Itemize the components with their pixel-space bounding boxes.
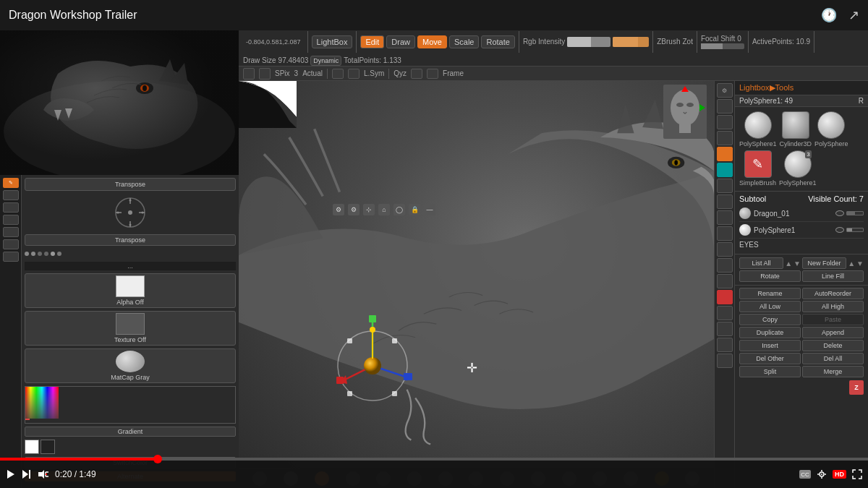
- alpha-off-btn[interactable]: Alpha Off: [25, 273, 236, 308]
- rtb-btn-9[interactable]: [717, 242, 733, 257]
- all-low-btn[interactable]: All Low: [739, 301, 801, 312]
- tool-sphere-3[interactable]: 3 PolySphere1: [779, 150, 817, 187]
- duplicate-btn[interactable]: Duplicate: [739, 327, 801, 338]
- projection-master-btn[interactable]: Transpose: [25, 178, 236, 191]
- tool-simplebrush[interactable]: ✎ SimpleBrush: [739, 150, 776, 187]
- rtb-btn-8[interactable]: [717, 226, 733, 241]
- rtb-btn-1[interactable]: ⚙: [717, 83, 733, 98]
- rtb-btn-3[interactable]: [717, 115, 733, 129]
- rtb-btn-14[interactable]: [717, 338, 733, 352]
- zbr-slider[interactable]: [613, 37, 649, 47]
- insert-btn[interactable]: Insert: [739, 340, 801, 351]
- play-button[interactable]: [6, 469, 16, 479]
- share-icon[interactable]: ↗: [848, 7, 859, 23]
- transpose-btn[interactable]: Transpose: [25, 234, 236, 246]
- dynamic-btn[interactable]: Dynamic: [310, 56, 341, 66]
- folder-down[interactable]: ▼: [856, 260, 864, 267]
- main-canvas[interactable]: ⚙ ⚙ ⊹ ⌂ ◯ 🔒 —: [239, 81, 714, 488]
- canvas-tool-4[interactable]: ⌂: [378, 204, 390, 215]
- focal-slider[interactable]: [701, 43, 744, 49]
- canvas-tool-2[interactable]: ⚙: [348, 204, 359, 215]
- mini-btn-2[interactable]: [3, 190, 19, 200]
- swatch-2[interactable]: [41, 440, 55, 454]
- swatch-1[interactable]: [25, 440, 39, 454]
- subtb-icon-3[interactable]: [332, 69, 344, 79]
- fullscreen-button[interactable]: [852, 469, 862, 479]
- canvas-tool-7[interactable]: —: [424, 204, 435, 215]
- gizmo-container[interactable]: [333, 312, 420, 416]
- list-all-up[interactable]: ▲: [783, 260, 793, 267]
- canvas-tool-1[interactable]: ⚙: [333, 204, 344, 215]
- tool-sphere-2[interactable]: PolySphere: [814, 111, 848, 147]
- tool-sphere-1[interactable]: PolySphere1: [739, 111, 777, 147]
- merge-btn[interactable]: Merge: [802, 366, 864, 377]
- hd-badge[interactable]: HD: [833, 470, 846, 479]
- subtool-item-dragon[interactable]: Dragon_01: [739, 205, 864, 222]
- watch-later-icon[interactable]: 🕐: [821, 7, 837, 23]
- rtb-btn-5[interactable]: [717, 179, 733, 193]
- lock-dragon[interactable]: [846, 211, 864, 215]
- scale-btn[interactable]: Scale: [449, 35, 480, 48]
- delete-btn[interactable]: Delete: [802, 340, 864, 351]
- mini-btn-4[interactable]: [3, 215, 19, 225]
- mini-btn-6[interactable]: [3, 239, 19, 249]
- mini-btn-3[interactable]: [3, 202, 19, 213]
- folder-up[interactable]: ▲: [846, 260, 856, 267]
- mini-btn-5[interactable]: [3, 227, 19, 237]
- rtb-btn-15[interactable]: [717, 354, 733, 368]
- eye-icon-dragon[interactable]: [835, 210, 844, 216]
- rotate-btn-tb[interactable]: Rotate: [481, 35, 514, 48]
- append-btn[interactable]: Append: [802, 327, 864, 338]
- canvas-tool-3[interactable]: ⊹: [363, 204, 375, 215]
- rtb-btn-2[interactable]: [717, 99, 733, 114]
- list-all-btn[interactable]: List All: [739, 257, 783, 269]
- subtb-icon-1[interactable]: [243, 68, 255, 80]
- matcap-btn[interactable]: MatCap Gray: [25, 348, 236, 383]
- tool-cylinder[interactable]: Cylinder3D: [780, 111, 812, 147]
- list-all-down[interactable]: ▼: [793, 260, 801, 267]
- split-btn[interactable]: Split: [739, 366, 801, 377]
- all-high-btn[interactable]: All High: [802, 301, 864, 312]
- settings-button[interactable]: [817, 469, 827, 479]
- rename-btn[interactable]: Rename: [739, 288, 801, 299]
- rtb-btn-10[interactable]: [717, 258, 733, 273]
- lightbox-btn[interactable]: LightBox: [312, 35, 353, 48]
- rtb-btn-4[interactable]: [717, 131, 733, 145]
- rotate-subtool-btn[interactable]: Rotate: [739, 270, 801, 282]
- move-btn[interactable]: Move: [417, 35, 447, 48]
- copy-btn[interactable]: Copy: [739, 314, 801, 325]
- subtb-icon-5[interactable]: [411, 69, 422, 79]
- eye-icon-poly[interactable]: [835, 227, 844, 233]
- rgb-slider[interactable]: [567, 37, 610, 47]
- rtb-btn-7[interactable]: [717, 210, 733, 225]
- rtb-btn-13[interactable]: [717, 322, 733, 336]
- texture-off-btn[interactable]: Texture Off: [25, 311, 236, 346]
- next-button[interactable]: [22, 469, 32, 479]
- lock-poly[interactable]: [846, 228, 864, 232]
- rtb-btn-6[interactable]: [717, 194, 733, 209]
- rtb-btn-12[interactable]: [717, 306, 733, 320]
- mini-btn-7[interactable]: [3, 252, 19, 262]
- subtb-icon-4[interactable]: [348, 69, 359, 79]
- del-all-btn[interactable]: Del All: [802, 353, 864, 364]
- rtb-btn-active[interactable]: [717, 147, 733, 161]
- subtb-icon-6[interactable]: [427, 69, 438, 79]
- rtb-btn-teal[interactable]: [717, 163, 733, 177]
- volume-button[interactable]: [38, 469, 49, 479]
- autoreorder-btn[interactable]: AutoReorder: [802, 288, 864, 299]
- canvas-tool-6[interactable]: 🔒: [409, 204, 420, 215]
- progress-bar[interactable]: [0, 458, 868, 461]
- edit-btn[interactable]: Edit: [360, 35, 384, 48]
- paste-btn[interactable]: Paste: [802, 314, 864, 325]
- rtb-btn-11[interactable]: [717, 274, 733, 288]
- subtb-icon-2[interactable]: [259, 68, 271, 80]
- rtb-btn-red[interactable]: [717, 290, 733, 304]
- canvas-tool-5[interactable]: ◯: [393, 204, 405, 215]
- del-other-btn[interactable]: Del Other: [739, 353, 801, 364]
- mini-btn-1[interactable]: ✎: [3, 178, 19, 188]
- line-fill-btn[interactable]: Line Fill: [802, 270, 864, 282]
- subtool-item-polysphere[interactable]: PolySphere1: [739, 222, 864, 239]
- draw-btn[interactable]: Draw: [386, 35, 415, 48]
- subtitles-btn[interactable]: CC: [799, 470, 811, 479]
- new-folder-btn[interactable]: New Folder: [802, 257, 846, 269]
